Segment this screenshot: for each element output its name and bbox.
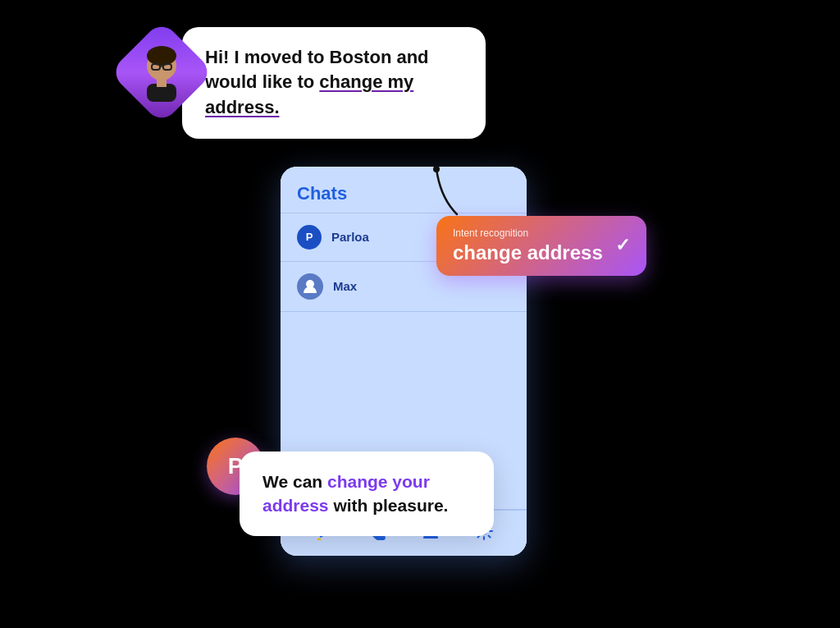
intent-badge-content: Intent recognition change address (453, 227, 603, 264)
bot-response-bubble: We can change your address with pleasure… (240, 452, 494, 536)
svg-rect-6 (157, 79, 167, 87)
max-avatar (297, 273, 323, 300)
intent-label: Intent recognition (453, 227, 603, 239)
user-message-bubble: Hi! I moved to Boston and would like to … (182, 27, 486, 139)
underlined-phrase: change my address. (205, 71, 413, 117)
intent-check-icon: ✓ (615, 235, 630, 256)
chat-header: Chats (281, 167, 527, 213)
intent-value: change address (453, 241, 603, 264)
chat-spacer (281, 312, 527, 460)
bot-response-text: We can change your address with pleasure… (262, 470, 471, 518)
person-icon (303, 279, 317, 294)
max-name: Max (333, 279, 357, 293)
svg-point-10 (317, 538, 321, 540)
main-scene: Hi! I moved to Boston and would like to … (133, 27, 707, 602)
parloa-name: Parloa (331, 230, 369, 244)
user-message-text: Hi! I moved to Boston and would like to … (205, 45, 463, 121)
response-text-after: with pleasure. (329, 496, 449, 515)
svg-point-1 (147, 46, 176, 66)
user-face-svg (132, 43, 191, 102)
response-text-before: We can (262, 472, 327, 491)
chat-panel-title: Chats (297, 183, 347, 204)
parloa-avatar: P (297, 225, 322, 250)
intent-recognition-badge: Intent recognition change address ✓ (436, 216, 646, 276)
